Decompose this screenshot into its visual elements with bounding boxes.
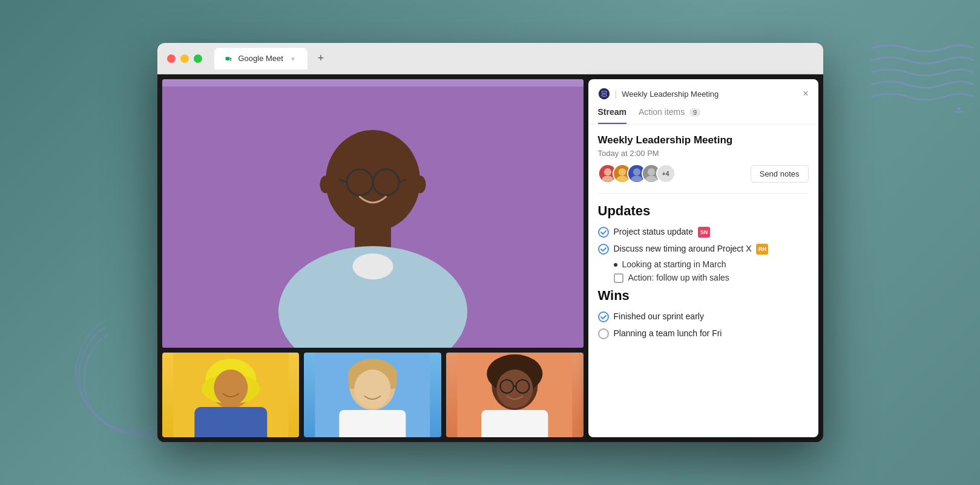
notes-pipe: | — [615, 89, 617, 99]
note-text-4: Planning a team lunch for Fri — [614, 328, 809, 340]
svg-point-53 — [599, 329, 608, 339]
browser-chrome: Google Meet × + — [157, 43, 823, 74]
tab-bar: Google Meet × + — [214, 48, 329, 70]
notes-close-button[interactable]: × — [803, 88, 808, 99]
tab-action-items[interactable]: Action items 9 — [639, 107, 700, 124]
traffic-light-yellow[interactable] — [180, 54, 189, 63]
notes-meeting-header-title: Weekly Leadership Meeting — [622, 90, 719, 99]
bullet-item-1: Looking at starting in March — [598, 259, 809, 269]
svg-point-42 — [618, 168, 625, 175]
thumb-person-1-svg — [162, 353, 300, 437]
svg-point-51 — [599, 244, 608, 254]
svg-point-45 — [633, 168, 640, 175]
svg-point-8 — [352, 253, 393, 279]
updates-section: Updates Project status update SN — [598, 203, 809, 283]
svg-point-50 — [599, 227, 608, 237]
wins-section: Wins Finished our sprint early — [598, 288, 809, 339]
author-badge-rh: RH — [756, 244, 768, 255]
svg-point-48 — [647, 168, 654, 175]
note-item-2: Discuss new timing around Project X RH — [598, 243, 809, 255]
checkbox-1[interactable] — [614, 273, 623, 283]
svg-point-31 — [496, 369, 533, 408]
svg-rect-35 — [481, 410, 548, 437]
svg-point-26 — [355, 369, 391, 408]
notes-tabs: Stream Action items 9 — [598, 107, 809, 124]
tab-google-meet[interactable]: Google Meet × — [214, 48, 307, 70]
browser-window: Google Meet × + — [157, 43, 823, 442]
author-badge-sn: SN — [698, 227, 710, 238]
note-text-1: Project status update SN — [614, 226, 809, 238]
main-video-bg — [162, 79, 584, 348]
traffic-light-green[interactable] — [194, 54, 202, 63]
thumb-person-2-svg — [304, 353, 441, 437]
tab-label: Google Meet — [238, 54, 283, 63]
deco-waves — [865, 36, 974, 133]
thumbnail-3 — [446, 353, 584, 437]
thumbnail-2 — [304, 353, 441, 437]
thumbnail-row — [162, 353, 584, 437]
svg-point-52 — [599, 312, 608, 322]
svg-rect-3 — [225, 57, 229, 60]
traffic-light-red[interactable] — [167, 54, 176, 63]
note-item-4: Planning a team lunch for Fri — [598, 328, 809, 340]
notes-panel: | Weekly Leadership Meeting × Stream Act… — [588, 79, 818, 437]
svg-point-0 — [957, 107, 961, 111]
check-filled-icon-2 — [598, 244, 609, 255]
avatar-group: +4 — [598, 164, 676, 183]
action-items-badge: 9 — [689, 108, 700, 117]
tab-close-button[interactable]: × — [288, 54, 298, 63]
notes-body: Weekly Leadership Meeting Today at 2:00 … — [588, 125, 818, 437]
meeting-info: Weekly Leadership Meeting Today at 2:00 … — [598, 134, 809, 194]
notes-header: | Weekly Leadership Meeting × Stream Act… — [588, 79, 818, 125]
note-text-2: Discuss new timing around Project X RH — [614, 243, 809, 255]
note-item-3: Finished our sprint early — [598, 311, 809, 323]
note-item-1: Project status update SN — [598, 226, 809, 238]
checkbox-item-1[interactable]: Action: follow up with sales — [598, 273, 809, 283]
svg-point-20 — [214, 369, 248, 406]
browser-content: | Weekly Leadership Meeting × Stream Act… — [157, 74, 823, 442]
wins-section-title: Wins — [598, 288, 809, 304]
meeting-name: Weekly Leadership Meeting — [598, 134, 809, 146]
meeting-time: Today at 2:00 PM — [598, 149, 809, 158]
svg-rect-21 — [194, 407, 267, 437]
bullet-dot-1 — [614, 263, 617, 267]
video-area — [157, 74, 588, 442]
new-tab-button[interactable]: + — [312, 50, 329, 67]
notes-title-row: | Weekly Leadership Meeting — [598, 88, 719, 100]
send-notes-button[interactable]: Send notes — [751, 165, 809, 183]
attendees-row: +4 Send notes — [598, 164, 809, 183]
google-meet-icon — [224, 54, 234, 63]
check-filled-icon-3 — [598, 311, 609, 322]
main-video — [162, 79, 584, 348]
note-text-3: Finished our sprint early — [614, 311, 809, 323]
main-person-svg — [162, 79, 584, 348]
notes-logo-icon — [598, 88, 610, 100]
traffic-lights — [167, 54, 202, 63]
check-filled-icon-1 — [598, 227, 609, 238]
thumb-person-3-svg — [446, 353, 584, 437]
notes-header-top: | Weekly Leadership Meeting × — [598, 88, 809, 100]
svg-point-14 — [320, 176, 331, 194]
svg-point-15 — [414, 176, 426, 194]
thumbnail-1 — [162, 353, 300, 437]
updates-section-title: Updates — [598, 203, 809, 219]
avatar-more: +4 — [656, 164, 676, 183]
check-empty-icon-1 — [598, 328, 609, 339]
tab-stream[interactable]: Stream — [598, 107, 626, 124]
svg-point-37 — [603, 93, 605, 94]
svg-rect-27 — [340, 410, 406, 437]
svg-point-39 — [603, 168, 611, 175]
